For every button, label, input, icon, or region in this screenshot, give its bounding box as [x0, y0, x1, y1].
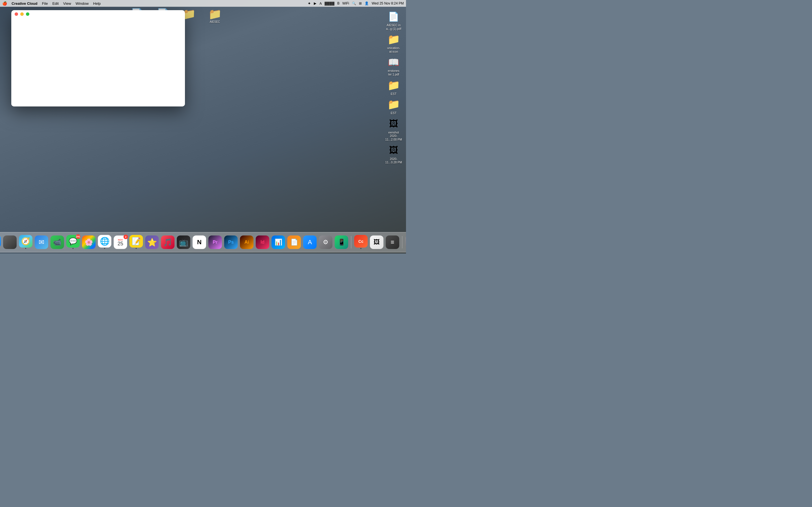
launchpad-icon — [3, 235, 17, 249]
messages-badge: 291 — [76, 234, 80, 239]
window-minimize-button[interactable] — [20, 12, 24, 16]
reminders-icon: ⭐ — [145, 235, 159, 249]
calendar-icon: NOV 25 2 — [114, 235, 127, 249]
music-icon: 🎵 — [161, 235, 174, 249]
dock-item-illustrator[interactable]: Ai — [239, 235, 254, 249]
dock-dot — [25, 248, 26, 249]
dock-item-tv[interactable]: 📺 — [176, 235, 191, 249]
dock-item-photos[interactable]: 🌸 — [82, 235, 96, 249]
folder-label: EST — [391, 92, 396, 96]
dock-item-pages[interactable]: 📄 — [287, 235, 301, 249]
menubar: 🍎 Creative Cloud File Edit View Window H… — [0, 0, 406, 7]
folder-icon: 📁 — [387, 98, 400, 111]
folder-label: AIESEC — [210, 20, 220, 23]
font-icon[interactable]: A — [319, 1, 322, 6]
right-desktop-column: 📄 AIESEC ina...g (1).pdf 📁 unication-at-… — [384, 9, 404, 165]
folder-label: unication-at-icon — [387, 46, 400, 53]
search-icon[interactable]: 🔍 — [352, 1, 356, 5]
menu-window[interactable]: Window — [75, 1, 89, 6]
dock-item-whatsapp[interactable]: 📱 — [334, 235, 349, 249]
dock-item-notion[interactable]: N — [192, 235, 207, 249]
dock-dot — [136, 248, 137, 249]
dock-item-premiere[interactable]: Pr — [208, 235, 222, 249]
notes-icon: 📝 — [130, 235, 143, 247]
sysprefs-icon: ⚙ — [319, 235, 333, 249]
pages-icon: 📄 — [287, 235, 301, 249]
folder-icon: 📁 — [387, 33, 400, 46]
dock-item-appstore[interactable]: A — [303, 235, 317, 249]
dock-item-calendar[interactable]: NOV 25 2 — [113, 235, 128, 249]
dock-item-safari[interactable]: 🧭 — [18, 235, 33, 249]
dock-item-reminders[interactable]: ⭐ — [145, 235, 159, 249]
screenshot-icon: 🖼 — [387, 117, 400, 131]
dock-item-photoshop[interactable]: Ps — [223, 235, 238, 249]
dock-dot — [104, 248, 105, 249]
desktop-item-folder4[interactable]: 📁 EST — [384, 78, 404, 97]
dock-item-sysprefs[interactable]: ⚙ — [318, 235, 333, 249]
file-label: AIESEC ina...g (1).pdf — [386, 23, 401, 31]
photos-icon: 🌸 — [82, 235, 96, 249]
media-icon[interactable]: ▶ — [314, 1, 316, 5]
pdf-icon: 📖 — [387, 55, 400, 69]
control-center-icon[interactable]: ⊞ — [359, 1, 362, 5]
dock-item-preview[interactable]: 🖼 — [369, 235, 384, 249]
whatsapp-icon: 📱 — [335, 235, 348, 249]
datetime: Wed 25 Nov 8:24 PM — [371, 1, 404, 5]
menu-file[interactable]: File — [42, 1, 48, 6]
chrome-icon: 🌐 — [98, 235, 111, 247]
menu-view[interactable]: View — [63, 1, 71, 6]
app-name[interactable]: Creative Cloud — [11, 1, 38, 6]
dock-separator — [351, 236, 351, 248]
tv-icon: 📺 — [177, 235, 190, 249]
bluetooth-icon[interactable]: B — [337, 1, 340, 5]
dock-item-launchpad[interactable] — [3, 235, 17, 249]
dock-item-cc[interactable]: Cc — [354, 235, 368, 249]
desktop-item-folder5[interactable]: 📁 EST — [384, 97, 404, 116]
battery-icon[interactable]: ▓▓▓▓ — [324, 1, 335, 5]
dock-separator-2 — [402, 236, 402, 248]
premiere-icon: Pr — [208, 235, 222, 249]
trash-icon: 🗑 — [405, 235, 406, 249]
desktop-folder-top-2[interactable]: 📁 AIESEC — [205, 8, 225, 23]
dock-item-trash[interactable]: 🗑 — [405, 235, 406, 249]
dock: 🔵 🧭 ✉ � — [0, 232, 406, 252]
facetime-icon: 📹 — [50, 235, 64, 249]
menu-edit[interactable]: Edit — [52, 1, 59, 6]
safari-icon: 🧭 — [19, 235, 33, 247]
dock-item-keynote[interactable]: 📊 — [271, 235, 286, 249]
window-content — [11, 18, 185, 107]
dock-item-notes[interactable]: 📝 — [129, 235, 144, 249]
menu-help[interactable]: Help — [93, 1, 101, 6]
mail-icon: ✉ — [35, 235, 48, 249]
dock-dot — [72, 248, 73, 249]
menubar-left: 🍎 Creative Cloud File Edit View Window H… — [2, 1, 101, 6]
folder-icon: 📁 — [387, 78, 400, 92]
photoshop-icon: Ps — [224, 235, 238, 249]
folder-icon: 📁 — [208, 8, 221, 20]
desktop-item-pdf1[interactable]: 📄 AIESEC ina...g (1).pdf — [384, 9, 404, 31]
cc-status-icon[interactable]: ✦ — [308, 1, 311, 6]
desktop-item-screenshot1[interactable]: 🖼 eenshot2020-11...2.00 PM — [384, 116, 404, 142]
desktop: 🍎 Creative Cloud File Edit View Window H… — [0, 0, 406, 253]
window-titlebar — [11, 10, 185, 18]
apple-menu[interactable]: 🍎 — [2, 1, 7, 6]
dock-item-finder[interactable]: 🔵 — [0, 235, 1, 249]
dock-item-messages[interactable]: 💬 291 — [66, 235, 80, 249]
user-icon[interactable]: 👤 — [364, 1, 369, 5]
wifi-icon[interactable]: WiFi — [342, 1, 349, 5]
dock-item-indesign[interactable]: Id — [255, 235, 270, 249]
desktop-item-pdf2[interactable]: 📖 erstonester 1.pdf — [384, 55, 404, 77]
window-maximize-button[interactable] — [26, 12, 29, 16]
dock-item-chrome[interactable]: 🌐 — [97, 235, 112, 249]
window-close-button[interactable] — [15, 12, 18, 16]
keynote-icon: 📊 — [271, 235, 285, 249]
dock-item-mail[interactable]: ✉ — [34, 235, 49, 249]
finder-icon: 🔵 — [0, 235, 1, 247]
calendar-badge: 2 — [123, 235, 128, 239]
dock-item-filemanager[interactable]: ≡ — [385, 235, 400, 249]
appstore-icon: A — [303, 235, 317, 249]
dock-item-facetime[interactable]: 📹 — [50, 235, 64, 249]
dock-item-music[interactable]: 🎵 — [160, 235, 175, 249]
desktop-item-screenshot2[interactable]: 🖼 2020-11...0.28 PM — [384, 143, 404, 165]
desktop-item-folder3[interactable]: 📁 unication-at-icon — [384, 32, 404, 54]
